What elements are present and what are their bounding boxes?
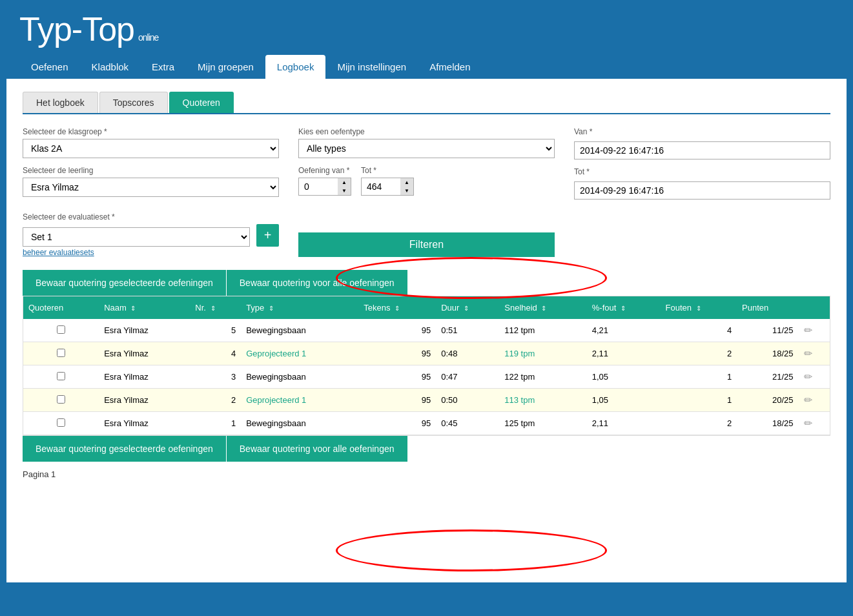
row-naam: Esra Yilmaz (99, 365, 190, 389)
row-checkbox[interactable] (57, 395, 65, 404)
col-punten: Punten (737, 296, 798, 319)
row-checkbox[interactable] (57, 349, 65, 357)
row-type: Geprojecteerd 1 (241, 342, 358, 365)
row-punten: 18/25 (737, 342, 798, 365)
col-snelheid[interactable]: Snelheid ⇕ (499, 296, 587, 319)
row-snelheid: 112 tpm (499, 319, 587, 342)
tot-date-input[interactable] (574, 181, 830, 200)
logo-online: online (138, 32, 158, 43)
col-type[interactable]: Type ⇕ (241, 296, 358, 319)
tabs-bar: Het logboek Topscores Quoteren (23, 92, 830, 114)
row-checkbox-cell (23, 412, 99, 435)
row-fout: 1,05 (587, 389, 661, 412)
row-fouten: 1 (661, 389, 737, 412)
klasgroep-select[interactable]: Klas 2A (23, 139, 279, 158)
row-nr: 5 (190, 319, 241, 342)
row-fouten: 2 (661, 412, 737, 435)
col-tekens[interactable]: Tekens ⇕ (358, 296, 436, 319)
nav-afmelden[interactable]: Afmelden (418, 55, 482, 79)
row-tekens: 95 (358, 389, 436, 412)
row-edit-cell: ✏ (799, 412, 830, 435)
row-punten: 18/25 (737, 412, 798, 435)
col-duur[interactable]: Duur ⇕ (436, 296, 499, 319)
leerling-select[interactable]: Esra Yilmaz (23, 178, 279, 197)
row-duur: 0:50 (436, 389, 499, 412)
evaluatieset-select[interactable]: Set 1 (23, 227, 250, 247)
col-fout[interactable]: %-fout ⇕ (587, 296, 661, 319)
col-nr[interactable]: Nr. ⇕ (190, 296, 241, 319)
oefentype-label: Kies een oefentype (298, 127, 555, 136)
col-quoteren: Quoteren (23, 296, 99, 319)
col-actions (799, 296, 830, 319)
van-date-input[interactable] (574, 141, 830, 159)
nav-kladblok[interactable]: Kladblok (80, 55, 141, 79)
row-tekens: 95 (358, 342, 436, 365)
edit-icon[interactable]: ✏ (804, 371, 812, 382)
table-row: Esra Yilmaz 5 Bewegingsbaan 95 0:51 112 … (23, 319, 830, 342)
row-punten: 20/25 (737, 389, 798, 412)
table-row: Esra Yilmaz 3 Bewegingsbaan 95 0:47 122 … (23, 365, 830, 389)
save-selected-button-top[interactable]: Bewaar quotering geselecteerde oefeninge… (23, 270, 226, 296)
oefening-van-label: Oefening van * (298, 166, 351, 175)
tab-topscores[interactable]: Topscores (99, 92, 168, 113)
tot-date-label: Tot * (574, 167, 830, 176)
add-evaluatieset-button[interactable]: + (256, 224, 279, 247)
edit-icon[interactable]: ✏ (804, 325, 812, 336)
edit-icon[interactable]: ✏ (804, 395, 812, 406)
van-date-label: Van * (574, 127, 830, 136)
tot-label: Tot * (361, 166, 414, 175)
tab-het-logboek[interactable]: Het logboek (23, 92, 98, 113)
nav-mijn-instellingen[interactable]: Mijn instellingen (325, 55, 418, 79)
tab-quoteren[interactable]: Quoteren (169, 92, 234, 113)
save-all-button-bottom[interactable]: Bewaar quotering voor alle oefeningen (226, 436, 407, 462)
row-snelheid: 122 tpm (499, 365, 587, 389)
nav-logboek[interactable]: Logboek (265, 55, 326, 79)
evaluatieset-label: Selecteer de evaluatieset * (23, 212, 279, 221)
main-content: Het logboek Topscores Quoteren Selecteer… (6, 79, 847, 582)
row-punten: 21/25 (737, 365, 798, 389)
table-row: Esra Yilmaz 1 Bewegingsbaan 95 0:45 125 … (23, 412, 830, 435)
oefentype-select[interactable]: Alle types (298, 139, 555, 158)
row-checkbox[interactable] (57, 418, 65, 427)
logo-text: Typ-Top (19, 10, 134, 48)
row-type: Bewegingsbaan (241, 412, 358, 435)
oefening-van-down[interactable]: ▼ (338, 187, 351, 195)
row-checkbox-cell (23, 365, 99, 389)
manage-evaluatiesets-link[interactable]: beheer evaluatiesets (23, 248, 279, 257)
row-checkbox[interactable] (57, 325, 65, 334)
logo: Typ-Toponline (19, 10, 834, 48)
col-fouten[interactable]: Fouten ⇕ (661, 296, 737, 319)
save-selected-button-bottom[interactable]: Bewaar quotering geselecteerde oefeninge… (23, 436, 226, 462)
edit-icon[interactable]: ✏ (804, 348, 812, 359)
table-row: Esra Yilmaz 4 Geprojecteerd 1 95 0:48 11… (23, 342, 830, 365)
row-fouten: 2 (661, 342, 737, 365)
tot-down[interactable]: ▼ (400, 187, 413, 195)
row-type: Bewegingsbaan (241, 319, 358, 342)
nav-mijn-groepen[interactable]: Mijn groepen (186, 55, 265, 79)
table-row: Esra Yilmaz 2 Geprojecteerd 1 95 0:50 11… (23, 389, 830, 412)
nav-oefenen[interactable]: Oefenen (19, 55, 80, 79)
row-snelheid: 113 tpm (499, 389, 587, 412)
row-nr: 1 (190, 412, 241, 435)
row-fout: 2,11 (587, 412, 661, 435)
col-naam[interactable]: Naam ⇕ (99, 296, 190, 319)
filter-button[interactable]: Filteren (298, 232, 555, 257)
row-snelheid: 125 tpm (499, 412, 587, 435)
row-checkbox[interactable] (57, 372, 65, 380)
row-edit-cell: ✏ (799, 319, 830, 342)
oefening-van-input[interactable] (299, 178, 338, 195)
edit-icon[interactable]: ✏ (804, 418, 812, 429)
tot-up[interactable]: ▲ (400, 178, 413, 187)
row-fout: 2,11 (587, 342, 661, 365)
row-checkbox-cell (23, 342, 99, 365)
row-nr: 4 (190, 342, 241, 365)
row-snelheid: 119 tpm (499, 342, 587, 365)
oefening-van-up[interactable]: ▲ (338, 178, 351, 187)
row-edit-cell: ✏ (799, 389, 830, 412)
row-type: Geprojecteerd 1 (241, 389, 358, 412)
row-naam: Esra Yilmaz (99, 389, 190, 412)
tot-input[interactable] (362, 178, 400, 195)
nav-extra[interactable]: Extra (140, 55, 186, 79)
row-naam: Esra Yilmaz (99, 319, 190, 342)
save-all-button-top[interactable]: Bewaar quotering voor alle oefeningen (226, 270, 407, 296)
